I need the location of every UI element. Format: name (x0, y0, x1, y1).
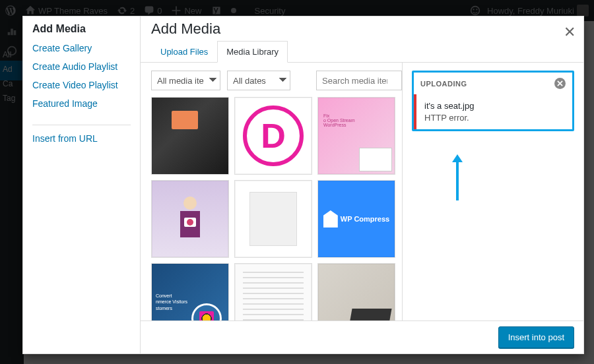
thumb-illustration (359, 148, 392, 171)
media-toolbar-footer: Insert into post (141, 320, 583, 353)
yoast-illustration-icon (167, 191, 213, 247)
dismiss-errors-button[interactable] (554, 78, 566, 89)
thumb-caption: Convertnmerce Visitorsstomers (156, 293, 187, 311)
attachment-thumb[interactable]: Fixo Open StreamWordPress (317, 97, 395, 175)
attachments-grid[interactable]: D Fixo Open StreamWordPress WP Compress (151, 97, 402, 346)
menu-create-audio-playlist[interactable]: Create Audio Playlist (32, 57, 131, 76)
menu-separator (32, 125, 131, 125)
menu-insert-from-url[interactable]: Insert from URL (32, 129, 131, 148)
media-modal: ✕ Add Media Create Gallery Create Audio … (22, 16, 584, 354)
upload-error-filename: it's a seat.jpg (424, 101, 564, 111)
svg-point-4 (183, 197, 197, 210)
filter-type-select[interactable]: All media items (151, 71, 220, 90)
menu-create-video-playlist[interactable]: Create Video Playlist (32, 76, 131, 94)
attachment-thumb[interactable] (151, 180, 229, 258)
upload-error-message: HTTP error. (424, 113, 564, 123)
annotation-arrow (456, 161, 459, 200)
upload-error-item: it's a seat.jpg HTTP error. (414, 94, 572, 129)
media-menu-title: Add Media (32, 23, 131, 35)
uploading-heading: UPLOADING (420, 80, 467, 88)
attachment-thumb[interactable] (151, 97, 229, 175)
media-router-tabs: Upload Files Media Library (141, 40, 583, 63)
close-icon (557, 80, 563, 86)
media-frame-content: Add Media Upload Files Media Library All… (141, 16, 583, 353)
menu-featured-image[interactable]: Featured Image (32, 94, 131, 113)
thumb-label: WP Compress (341, 215, 389, 223)
attachments-browser: All media items All dates D Fixo Open St… (141, 63, 402, 353)
media-sidebar: UPLOADING it's a seat.jpg HTTP error. (402, 63, 583, 353)
thumb-caption: Fixo Open StreamWordPress (323, 113, 354, 127)
tab-upload-files[interactable]: Upload Files (151, 41, 217, 63)
upload-status-panel: UPLOADING it's a seat.jpg HTTP error. (412, 71, 574, 131)
svg-point-6 (187, 219, 193, 226)
media-frame-menu: Add Media Create Gallery Create Audio Pl… (23, 16, 141, 353)
frame-title: Add Media (141, 16, 583, 40)
tab-media-library[interactable]: Media Library (217, 41, 288, 63)
attachment-thumb[interactable]: WP Compress (317, 180, 395, 258)
thumb-letter: D (261, 116, 286, 156)
attachment-thumb[interactable]: D (234, 97, 312, 175)
menu-create-gallery[interactable]: Create Gallery (32, 39, 131, 57)
media-toolbar-filters: All media items All dates (151, 71, 402, 90)
filter-date-select[interactable]: All dates (227, 71, 290, 90)
insert-into-post-button[interactable]: Insert into post (498, 326, 574, 348)
attachment-thumb[interactable] (234, 180, 312, 258)
search-input[interactable] (316, 71, 402, 90)
close-button[interactable]: ✕ (564, 24, 576, 41)
